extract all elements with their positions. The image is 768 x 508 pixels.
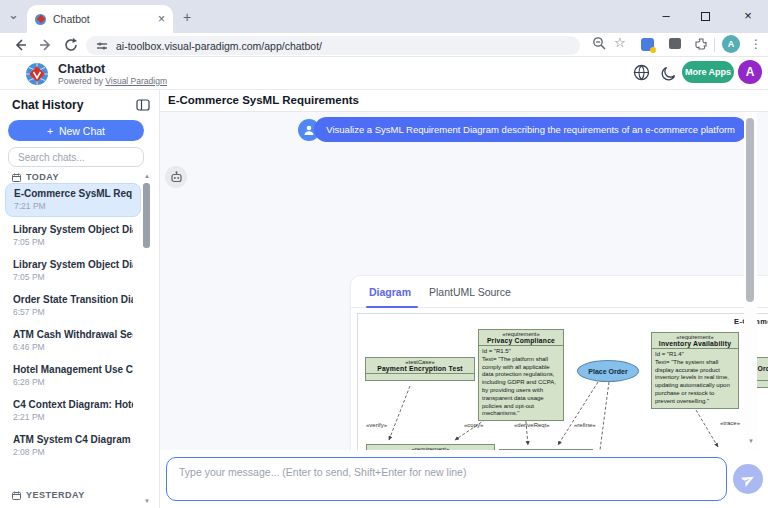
- new-tab-button[interactable]: +: [183, 9, 191, 25]
- node-body: Id = "R1.5"Text= "The platform shall com…: [479, 345, 563, 420]
- calendar-icon: [12, 173, 21, 182]
- site-favicon-icon: [35, 14, 46, 25]
- dark-mode-moon-icon[interactable]: [661, 65, 677, 81]
- back-icon[interactable]: [12, 37, 28, 53]
- chat-list-item[interactable]: Order State Transition Diagra...6:57 PM: [5, 290, 141, 322]
- app-window: ⌄ Chatbot × + – × ai-toolbox.visual-para…: [0, 0, 768, 508]
- extensions-puzzle-icon[interactable]: [694, 37, 708, 51]
- edge-label-verify: «verify»: [366, 422, 387, 428]
- user-message-bubble: Visualize a SysML Requirement Diagram de…: [314, 117, 747, 142]
- tab-diagram[interactable]: Diagram: [369, 286, 411, 298]
- conversation-title: E-Commerce SysML Requirements: [168, 94, 359, 106]
- sidebar-scroll-down-icon[interactable]: ▼: [144, 498, 150, 504]
- sidebar-title: Chat History: [12, 98, 83, 112]
- chat-list-item[interactable]: Library System Object Diagr...7:05 PM: [5, 255, 141, 287]
- today-section-label: TODAY: [12, 172, 59, 182]
- tab-title: Chatbot: [53, 13, 158, 25]
- send-plane-icon: [741, 472, 756, 487]
- chat-area: Visualize a SysML Requirement Diagram de…: [160, 112, 768, 450]
- node-body: [366, 373, 474, 380]
- message-input[interactable]: [166, 457, 727, 501]
- node-body: Id = "R1.4"Text= "The system shall displ…: [652, 348, 738, 408]
- sidepanel-icon[interactable]: [669, 38, 681, 49]
- visual-paradigm-link[interactable]: Visual Paradigm: [105, 76, 167, 86]
- browser-tab[interactable]: Chatbot ×: [27, 5, 173, 33]
- visual-paradigm-logo: [24, 61, 50, 87]
- chat-list-item[interactable]: ATM Cash Withdrawal Seque...6:46 PM: [5, 325, 141, 357]
- node-inventory-availability[interactable]: «requirement» Inventory Availability Id …: [651, 332, 739, 409]
- forward-icon[interactable]: [38, 37, 54, 53]
- chat-list-item[interactable]: ATM System C4 Diagram2:08 PM: [5, 430, 141, 462]
- send-button[interactable]: [733, 464, 763, 494]
- node-payment-encryption-test[interactable]: «testCase» Payment Encryption Test: [365, 357, 475, 381]
- user-avatar[interactable]: A: [738, 60, 762, 84]
- sidebar-scroll-up-icon[interactable]: ▲: [144, 173, 150, 179]
- tab-plantuml-source[interactable]: PlantUML Source: [429, 286, 511, 298]
- site-settings-icon[interactable]: [96, 40, 108, 52]
- yesterday-section-label: YESTERDAY: [12, 490, 85, 500]
- robot-icon: [170, 171, 183, 184]
- calendar-icon: [12, 491, 21, 500]
- chat-list-item[interactable]: E-Commerce SysML Require...7:21 PM: [5, 183, 141, 217]
- usecase-place-order[interactable]: Place Order: [577, 360, 639, 382]
- chat-history-sidebar: Chat History + New Chat TODAY E-Commerce…: [0, 90, 160, 508]
- powered-by: Powered by Visual Paradigm: [58, 76, 167, 86]
- window-minimize-button[interactable]: –: [658, 8, 674, 23]
- browser-tabstrip: ⌄ Chatbot × + – ×: [0, 0, 768, 33]
- node-privacy-compliance[interactable]: «requirement» Privacy Compliance Id = "R…: [478, 329, 564, 421]
- browser-profile-avatar[interactable]: A: [722, 35, 740, 53]
- edge-label-trace: «trace»: [720, 420, 740, 426]
- tab-close-icon[interactable]: ×: [158, 13, 165, 25]
- edge-label-derivereqt: «deriveReqt»: [514, 422, 550, 428]
- url-bar[interactable]: ai-toolbox.visual-paradigm.com/app/chatb…: [86, 36, 580, 55]
- card-tabs: Diagram PlantUML Source: [351, 276, 768, 308]
- person-icon: [303, 124, 315, 136]
- window-close-button[interactable]: ×: [740, 8, 756, 23]
- chat-list-item[interactable]: Library System Object Diagr...7:05 PM: [5, 220, 141, 252]
- chat-scrollbar-thumb[interactable]: [746, 118, 754, 302]
- new-chat-button[interactable]: + New Chat: [8, 120, 144, 141]
- app-title: Chatbot: [58, 62, 105, 76]
- sidebar-scrollbar[interactable]: [143, 183, 150, 248]
- chat-scroll-down-icon[interactable]: ▼: [748, 438, 754, 444]
- toolbar-divider: [714, 38, 715, 52]
- browser-menu-kebab-icon[interactable]: ⋮: [750, 37, 762, 51]
- edge-label-copy: «copy»: [464, 422, 483, 428]
- plus-icon: +: [47, 125, 53, 137]
- collapse-panel-icon[interactable]: [136, 99, 150, 111]
- extension-icon[interactable]: [641, 38, 654, 51]
- search-chats-input[interactable]: [8, 147, 144, 167]
- window-maximize-button[interactable]: [701, 12, 710, 21]
- reload-icon[interactable]: [63, 37, 79, 53]
- url-text: ai-toolbox.visual-paradigm.com/app/chatb…: [116, 40, 322, 52]
- conversation-titlebar: E-Commerce SysML Requirements: [160, 90, 768, 112]
- bot-avatar: [165, 166, 187, 188]
- chat-list-item[interactable]: Hotel Management Use Case6:28 PM: [5, 360, 141, 392]
- active-tab-underline: [366, 306, 418, 308]
- edge-label-refine: «refine»: [574, 422, 596, 428]
- bookmark-star-icon[interactable]: ☆: [614, 35, 626, 50]
- more-apps-button[interactable]: More Apps: [682, 61, 734, 83]
- chat-list: E-Commerce SysML Require...7:21 PM Libra…: [5, 183, 141, 465]
- chat-list-item[interactable]: C4 Context Diagram: Hotel ...2:21 PM: [5, 395, 141, 427]
- zoom-indicator-icon[interactable]: [592, 36, 607, 51]
- message-input-bar: [160, 450, 768, 508]
- tab-search-chevron-icon[interactable]: ⌄: [8, 8, 19, 22]
- language-globe-icon[interactable]: [633, 64, 650, 81]
